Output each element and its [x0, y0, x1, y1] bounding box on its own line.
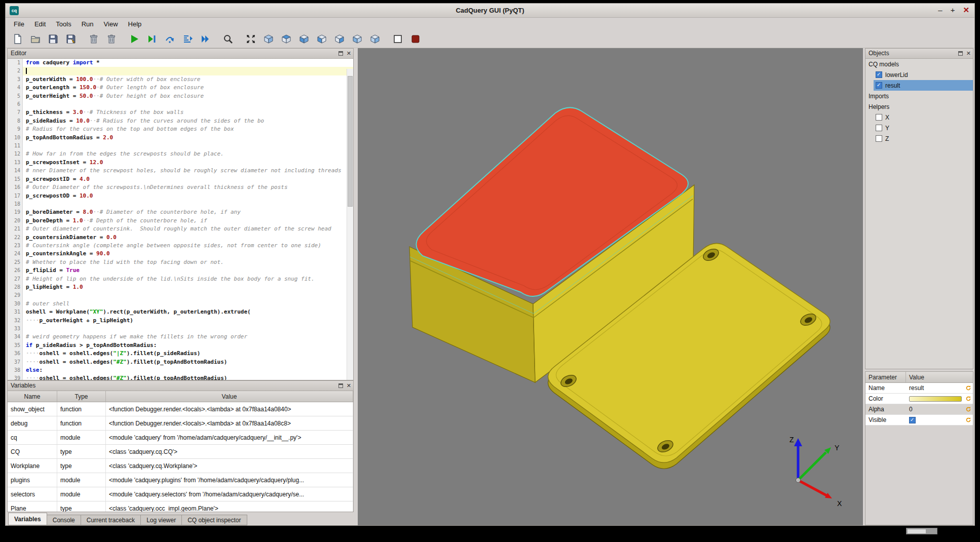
menu-item-view[interactable]: View [99, 19, 123, 29]
variable-row[interactable]: pluginsmodule<module 'cadquery.plugins' … [8, 473, 353, 487]
continue-icon [200, 33, 211, 45]
objects-item-x[interactable]: X [874, 112, 973, 123]
red-square-button[interactable] [408, 32, 423, 46]
step-into-button[interactable] [180, 32, 195, 46]
z-checkbox[interactable] [876, 135, 882, 142]
view-iso-button[interactable] [261, 32, 276, 46]
tab-current-traceback[interactable]: Current traceback [81, 515, 141, 525]
visible-checkbox[interactable] [909, 417, 916, 423]
clear-icon [88, 33, 99, 45]
dock-float-icon[interactable] [958, 51, 963, 56]
menu-item-tools[interactable]: Tools [51, 19, 76, 29]
bottom-right-scrollbar[interactable] [906, 528, 937, 534]
objects-item-lowerlid[interactable]: lowerLid [874, 69, 973, 80]
variable-row[interactable]: Planetype<class 'cadquery.occ_impl.geom.… [8, 501, 353, 512]
save-as-button[interactable] [64, 32, 78, 46]
variable-row[interactable]: debugfunction<function Debugger.render.<… [8, 416, 353, 431]
parameter-table-header: Parameter Value [865, 372, 973, 383]
color-swatch[interactable] [909, 396, 962, 402]
variables-header-name: Name [8, 391, 57, 402]
fit-all-button[interactable] [244, 32, 258, 46]
lowerlid-checkbox[interactable] [876, 71, 882, 78]
objects-item-result[interactable]: result [874, 80, 973, 91]
parameter-value[interactable]: 0 [906, 406, 964, 413]
editor-body[interactable]: 1234567891011121314151617181920212223242… [8, 59, 353, 380]
tab-log-viewer[interactable]: Log viewer [141, 515, 182, 525]
clear-button[interactable] [87, 32, 101, 46]
dock-float-icon[interactable] [338, 51, 343, 56]
variable-row[interactable]: cqmodule<module 'cadquery' from '/home/a… [8, 431, 353, 445]
title-bar[interactable]: cq CadQuery GUI (PyQT) – + ✕ [6, 4, 974, 18]
view-top-button[interactable] [279, 32, 293, 46]
save-button[interactable] [46, 32, 60, 46]
variable-row[interactable]: Workplanetype<class 'cadquery.cq.Workpla… [8, 459, 353, 473]
code-line: # Height of lip on the underside of the … [26, 275, 353, 283]
code-line: ····oshell = oshell.edges("#Z").fillet(p… [26, 358, 353, 366]
x-checkbox[interactable] [876, 114, 882, 121]
view-top-icon [281, 33, 292, 45]
menu-item-file[interactable]: File [9, 19, 29, 29]
variable-cell: cq [8, 431, 57, 444]
variable-row[interactable]: CQtype<class 'cadquery.cq.CQ'> [8, 445, 353, 459]
reset-icon[interactable] [964, 417, 973, 423]
result-checkbox[interactable] [876, 82, 882, 89]
variable-cell: module [57, 473, 106, 487]
objects-item-z[interactable]: Z [874, 133, 973, 144]
parameter-value[interactable]: result [906, 384, 964, 392]
variable-cell: function [57, 416, 106, 430]
square-outline-button[interactable] [391, 32, 405, 46]
new-file-button[interactable] [11, 32, 25, 46]
variable-row[interactable]: show_objectfunction<function Debugger.re… [8, 402, 353, 416]
close-button[interactable]: ✕ [963, 6, 969, 15]
line-number: 8 [8, 117, 20, 125]
open-file-button[interactable] [28, 32, 43, 46]
reset-icon[interactable] [964, 406, 973, 412]
y-checkbox[interactable] [876, 125, 882, 131]
continue-button[interactable] [198, 32, 212, 46]
3d-viewport[interactable]: Z Y X [358, 48, 863, 525]
view-right-button[interactable] [332, 32, 347, 46]
render-button[interactable] [127, 32, 141, 46]
editor-code[interactable]: from cadquery import *p_outerWidth = 100… [23, 59, 353, 380]
debug-icon [146, 33, 158, 45]
code-line: ····oshell = oshell.edges("|Z").fillet(p… [26, 350, 353, 358]
objects-item-imports[interactable]: Imports [865, 91, 973, 101]
line-number: 38 [8, 366, 20, 374]
view-back-button[interactable] [368, 32, 382, 46]
view-left-button[interactable] [315, 32, 329, 46]
reset-icon[interactable] [964, 396, 973, 402]
debug-button[interactable] [145, 32, 159, 46]
tab-variables[interactable]: Variables [8, 513, 47, 525]
zoom-to-fit-button[interactable] [221, 32, 235, 46]
minimize-button[interactable]: – [938, 6, 942, 15]
parameter-value[interactable] [906, 396, 964, 402]
editor-scrollbar-thumb[interactable] [348, 76, 353, 207]
objects-tree: CQ modelslowerLidresultImportsHelpersXYZ [865, 59, 973, 369]
reset-icon[interactable] [964, 385, 973, 391]
variable-row[interactable]: selectorsmodule<module 'cadquery.selecto… [8, 487, 353, 501]
objects-item-helpers[interactable]: Helpers [865, 101, 973, 112]
menu-item-edit[interactable]: Edit [29, 19, 51, 29]
parameter-value[interactable] [906, 417, 964, 423]
code-line: p_countersinkDiameter = 0.0 [26, 234, 353, 242]
bottom-right-scrollbar-thumb[interactable] [908, 529, 926, 533]
delete-button[interactable] [104, 32, 119, 46]
maximize-button[interactable]: + [951, 6, 955, 15]
dock-float-icon[interactable] [338, 383, 343, 388]
view-bottom-button[interactable] [297, 32, 311, 46]
objects-item-y[interactable]: Y [874, 123, 973, 133]
tab-console[interactable]: Console [47, 515, 81, 525]
tab-cq-object-inspector[interactable]: CQ object inspector [182, 515, 247, 525]
menu-item-help[interactable]: Help [123, 19, 147, 29]
editor-scrollbar[interactable] [347, 69, 353, 380]
objects-panel-title: Objects [869, 50, 889, 57]
step-over-button[interactable] [163, 32, 177, 46]
objects-item-cq-models[interactable]: CQ models [865, 59, 973, 69]
dock-close-icon[interactable]: ✕ [347, 383, 351, 389]
menu-item-run[interactable]: Run [77, 19, 99, 29]
dock-close-icon[interactable]: ✕ [347, 51, 351, 56]
dock-close-icon[interactable]: ✕ [966, 51, 971, 56]
variable-cell: selectors [8, 487, 57, 501]
view-front-button[interactable] [350, 32, 364, 46]
code-line [26, 200, 353, 208]
